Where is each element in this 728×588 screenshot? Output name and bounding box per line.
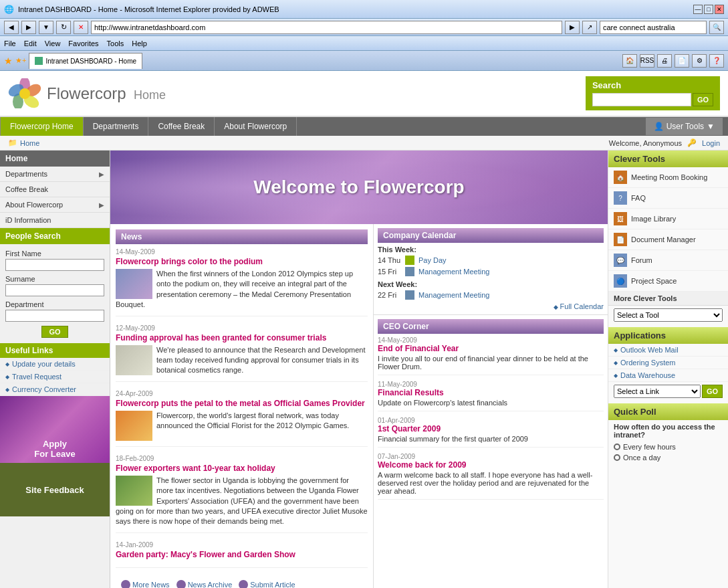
menu-file[interactable]: File <box>4 39 16 47</box>
menu-view[interactable]: View <box>45 39 61 47</box>
first-name-input[interactable] <box>5 259 104 271</box>
app-link-ordering[interactable]: Ordering System <box>608 357 728 369</box>
poll-option-1[interactable]: Every few hours <box>608 442 728 452</box>
news-title-4[interactable]: Flower exporters want 10-year tax holida… <box>116 464 368 473</box>
people-search-go[interactable]: GO <box>41 326 68 338</box>
menu-favorites[interactable]: Favorites <box>68 39 98 47</box>
breadcrumb-home[interactable]: Home <box>20 139 39 147</box>
sidebar-item-departments[interactable]: Departments ▶ <box>0 167 110 182</box>
nav-coffee-break[interactable]: Coffee Break <box>148 117 215 136</box>
site-search-input[interactable] <box>592 93 691 106</box>
next-week-label: Next Week: <box>378 280 604 288</box>
go-nav-btn[interactable]: ▶ <box>565 21 580 34</box>
favorites-star[interactable]: ★ <box>4 56 13 66</box>
poll-radio-2[interactable] <box>614 454 620 461</box>
home-nav-btn[interactable]: 🏠 <box>622 54 637 68</box>
tool-document-manager[interactable]: 📄 Document Manager <box>608 229 728 250</box>
rss-btn[interactable]: RSS <box>640 54 654 68</box>
submit-article-link[interactable]: Submit Article <box>239 580 295 588</box>
ceo-title-1[interactable]: End of Financial Year <box>378 344 604 353</box>
tool-meeting-room[interactable]: 🏠 Meeting Room Booking <box>608 167 728 188</box>
app-link-outlook[interactable]: Outlook Web Mail <box>608 344 728 357</box>
cal-link-2[interactable]: Management Meeting <box>418 268 489 276</box>
ceo-item-3: 01-Apr-2009 1st Quarter 2009 Financial s… <box>378 417 604 448</box>
site-feedback-banner[interactable]: Site Feedback <box>0 463 110 516</box>
more-clever-title: More Clever Tools <box>608 292 728 306</box>
ceo-title-4[interactable]: Welcome back for 2009 <box>378 460 604 470</box>
tools-btn[interactable]: ⚙ <box>692 54 707 68</box>
ceo-date-1: 14-May-2009 <box>378 336 604 344</box>
arrow-icon: ▶ <box>99 171 104 178</box>
surname-input[interactable] <box>5 284 104 296</box>
menu-edit[interactable]: Edit <box>24 39 37 47</box>
cal-link-3[interactable]: Management Meeting <box>418 291 489 299</box>
page-btn[interactable]: 📄 <box>675 54 689 68</box>
address-bar[interactable] <box>91 21 562 34</box>
minimize-btn[interactable]: — <box>693 5 703 14</box>
department-input[interactable] <box>5 310 104 322</box>
news-title-5[interactable]: Garden party: Macy's Flower and Garden S… <box>116 550 368 559</box>
help-btn[interactable]: ❓ <box>709 54 724 68</box>
sidebar-item-coffee[interactable]: Coffee Break <box>0 182 110 197</box>
news-section: News 14-May-2009 Flowercorp brings color… <box>110 224 374 588</box>
user-tools-label: User Tools <box>666 122 704 131</box>
navigate-btn[interactable]: ↗ <box>582 21 597 34</box>
tool-forum[interactable]: 💬 Forum <box>608 250 728 271</box>
clever-tools-select[interactable]: Select a Tool <box>614 308 723 322</box>
nav-about[interactable]: About Flowercorp <box>215 117 297 136</box>
user-icon: 👤 <box>654 122 664 131</box>
browser-title-bar: 🌐 Intranet DASHBOARD - Home - Microsoft … <box>0 0 728 19</box>
cal-link-1[interactable]: Pay Day <box>418 256 447 264</box>
browser-search-btn[interactable]: 🔍 <box>709 21 724 34</box>
useful-link-update[interactable]: Update your details <box>0 358 110 371</box>
cal-icon-1 <box>405 256 414 265</box>
tool-project-space[interactable]: 🔵 Project Space <box>608 271 728 292</box>
active-tab[interactable]: Intranet DASHBOARD - Home <box>29 53 142 69</box>
stop-btn[interactable]: ✕ <box>74 21 88 34</box>
app-link-datawarehouse[interactable]: Data Warehouse <box>608 369 728 382</box>
forum-icon: 💬 <box>614 254 627 267</box>
cal-date-1: 14 Thu <box>378 256 401 264</box>
app-select[interactable]: Select a Link <box>614 385 701 398</box>
login-link[interactable]: Login <box>702 139 720 147</box>
search-box-area: Search GO <box>586 76 720 110</box>
tool-image-library[interactable]: 🖼 Image Library <box>608 209 728 229</box>
useful-link-travel[interactable]: Travel Request <box>0 371 110 383</box>
menu-help[interactable]: Help <box>132 39 147 47</box>
ceo-section: CEO Corner 14-May-2009 End of Financial … <box>374 315 608 509</box>
poll-option-2[interactable]: Once a day <box>608 452 728 463</box>
menu-tools[interactable]: Tools <box>107 39 124 47</box>
nav-items: Flowercorp Home Departments Coffee Break… <box>0 117 297 136</box>
news-title-2[interactable]: Funding approval has been granted for co… <box>116 333 368 342</box>
site-search-go[interactable]: GO <box>693 93 713 106</box>
sidebar-item-about[interactable]: About Flowercorp ▶ <box>0 197 110 213</box>
back-btn[interactable]: ◀ <box>4 21 19 34</box>
browser-search[interactable] <box>600 21 707 34</box>
nav-flowercorp-home[interactable]: Flowercorp Home <box>0 117 84 136</box>
close-btn[interactable]: ✕ <box>715 5 724 14</box>
forward-btn[interactable]: ▶ <box>21 21 36 34</box>
useful-link-currency[interactable]: Currency Converter <box>0 383 110 396</box>
news-title-1[interactable]: Flowercorp brings color to the podium <box>116 257 368 266</box>
news-header: News <box>116 229 368 244</box>
app-go-btn[interactable]: GO <box>702 385 723 398</box>
user-tools-button[interactable]: 👤 User Tools ▼ <box>646 118 723 135</box>
full-calendar-link[interactable]: Full Calendar <box>378 302 604 310</box>
sidebar-item-id[interactable]: iD Information <box>0 213 110 228</box>
refresh-btn[interactable]: ↻ <box>56 21 71 34</box>
poll-radio-1[interactable] <box>614 444 620 450</box>
nav-departments[interactable]: Departments <box>84 117 149 136</box>
ceo-title-3[interactable]: 1st Quarter 2009 <box>378 424 604 433</box>
maximize-btn[interactable]: □ <box>704 5 713 14</box>
news-archive-link[interactable]: News Archive <box>176 580 233 588</box>
dropdown-btn[interactable]: ▼ <box>39 21 53 34</box>
add-favorite-star[interactable]: ★+ <box>15 56 26 65</box>
print-btn[interactable]: 🖨 <box>657 54 672 68</box>
more-news-link[interactable]: More News <box>121 580 170 588</box>
window-controls[interactable]: — □ ✕ <box>693 5 724 14</box>
news-title-3[interactable]: Flowercorp puts the petal to the metal a… <box>116 399 368 408</box>
apply-leave-banner[interactable]: ApplyFor Leave <box>0 396 110 463</box>
ceo-title-2[interactable]: Financial Results <box>378 388 604 397</box>
more-news-icon <box>121 580 130 588</box>
tool-faq[interactable]: ? FAQ <box>608 188 728 209</box>
